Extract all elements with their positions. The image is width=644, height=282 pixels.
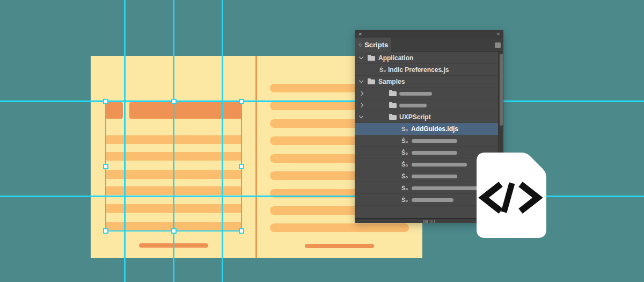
folder-icon: [389, 103, 397, 108]
tree-row-folder-placeholder[interactable]: [355, 99, 498, 111]
collapse-panel-icon[interactable]: «: [496, 31, 500, 37]
tree-row-label: Samples: [378, 78, 405, 85]
label-placeholder-bar: [412, 198, 453, 202]
script-icon: Ṡ₀: [401, 125, 408, 133]
chevron-right-icon[interactable]: [359, 91, 363, 96]
canvas: × « ◇ Scripts Application Ṡ₀ Indic Prefe…: [0, 0, 644, 282]
selection-handle[interactable]: [239, 228, 244, 234]
tab-scripts[interactable]: ◇ Scripts: [355, 38, 391, 52]
selection-handle[interactable]: [239, 99, 244, 104]
chevron-down-icon[interactable]: [359, 114, 363, 118]
panel-title: Scripts: [364, 41, 388, 49]
tree-row-uxpscript[interactable]: UXPScript: [355, 111, 498, 123]
label-placeholder-bar: [412, 175, 457, 178]
selected-text-frame[interactable]: [105, 101, 242, 232]
tree-row-addguides-selected[interactable]: Ṡ₀ AddGuides.idjs: [355, 123, 498, 135]
right-footer-rule: [305, 244, 374, 248]
label-placeholder-bar: [412, 139, 457, 143]
tree-row-label: Application: [378, 54, 413, 62]
horizontal-guide[interactable]: [0, 196, 644, 197]
panel-menu-icon[interactable]: [495, 42, 501, 48]
script-icon: Ṡ₀: [379, 66, 386, 74]
chevron-right-icon[interactable]: [359, 103, 363, 107]
panel-tab-bar: ◇ Scripts: [355, 38, 503, 52]
tree-row-script-placeholder[interactable]: Ṡ₀: [355, 135, 498, 147]
selection-handle[interactable]: [171, 228, 177, 234]
resize-grip-icon[interactable]: [423, 220, 435, 223]
script-icon: Ṡ₀: [401, 184, 408, 192]
tree-row-label: Indic Preferences.js: [388, 66, 449, 74]
folder-icon: [368, 79, 375, 84]
scrollbar-thumb[interactable]: [500, 54, 503, 126]
selection-handle[interactable]: [103, 164, 108, 169]
tree-row-label: AddGuides.idjs: [411, 125, 458, 133]
label-placeholder-bar: [399, 104, 427, 107]
label-placeholder-bar: [412, 151, 457, 155]
selection-handle[interactable]: [239, 164, 244, 169]
script-icon: Ṡ₀: [401, 160, 408, 169]
script-icon: Ṡ₀: [401, 148, 408, 157]
selection-handle[interactable]: [103, 99, 108, 104]
label-placeholder-bar: [412, 186, 480, 190]
tree-row-label: UXPScript: [399, 113, 431, 121]
horizontal-guide[interactable]: [0, 100, 644, 102]
tree-row-indic-preferences[interactable]: Ṡ₀ Indic Preferences.js: [355, 64, 498, 76]
panel-title-bar: × «: [355, 30, 503, 38]
spine-line: [255, 56, 257, 258]
script-icon: Ṡ₀: [401, 136, 408, 145]
selection-handle[interactable]: [171, 99, 177, 104]
code-file-icon: [477, 153, 546, 238]
script-icon: Ṡ₀: [401, 196, 408, 204]
selection-handle[interactable]: [103, 228, 108, 234]
panel-toggle-icon: ◇: [358, 42, 362, 47]
chevron-down-icon[interactable]: [359, 78, 363, 83]
script-icon: Ṡ₀: [401, 172, 408, 180]
tree-row-samples[interactable]: Samples: [355, 76, 498, 88]
folder-icon: [389, 91, 397, 96]
tree-row-application[interactable]: Application: [355, 52, 498, 64]
close-icon[interactable]: ×: [358, 31, 362, 37]
label-placeholder-bar: [399, 92, 432, 96]
folder-icon: [389, 115, 397, 120]
chevron-down-icon[interactable]: [359, 55, 363, 59]
label-placeholder-bar: [412, 163, 467, 167]
text-line: [270, 223, 409, 232]
folder-icon: [368, 56, 375, 61]
tree-row-folder-placeholder[interactable]: [355, 88, 498, 99]
